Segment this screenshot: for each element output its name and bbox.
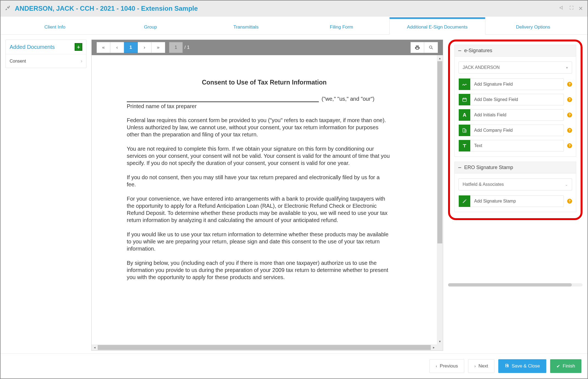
add-text-button[interactable]: Text [458,140,564,151]
prev-page-button[interactable]: ‹ [110,42,124,53]
page-total: / 1 [184,45,190,50]
next-button[interactable]: › Next [468,359,494,373]
rocket-icon [5,5,11,12]
document-paragraph: If you would like us to use your tax ret… [127,231,390,252]
add-signature-stamp-button[interactable]: Add Signature Stamp [458,195,564,207]
sig-btn-label: Text [474,143,482,148]
scroll-left-button[interactable]: ◂ [92,344,98,350]
help-icon[interactable]: ? [567,143,572,148]
tab-filing-form[interactable]: Filing Form [294,19,389,34]
right-panel: − e-Signatures JACK ANDERSON ▾ Add Signa… [448,40,583,351]
ero-stamp-title: ERO Signature Stamp [464,165,513,170]
first-page-button[interactable]: « [97,42,110,53]
document-viewer: « ‹ 1 › » 1 / 1 [91,40,443,351]
check-icon: ✔ [556,364,560,369]
document-item-label: Consent [10,59,26,64]
sig-btn-label: Add Signature Stamp [474,199,516,204]
footer: ‹ Previous › Next Save & Close ✔ Finish [1,353,587,378]
tabs: Client Info Group Transmittals Filing Fo… [1,16,587,35]
document-paragraph: You are not required to complete this fo… [127,145,390,167]
finish-label: Finish [563,363,575,369]
tab-group[interactable]: Group [103,19,198,34]
megaphone-icon[interactable] [559,5,565,12]
preparer-label: Printed name of tax preparer [127,103,402,110]
esignatures-header[interactable]: − e-Signatures [454,45,576,57]
signer-select[interactable]: JACK ANDERSON ▾ [458,61,572,74]
add-signature-field-button[interactable]: Add Signature Field [458,78,564,90]
chevron-right-icon: › [81,58,82,64]
scroll-down-button[interactable]: ▾ [437,338,443,344]
help-icon[interactable]: ? [567,199,572,204]
add-document-button[interactable]: ＋ [75,43,82,51]
signature-icon [459,78,470,90]
scroll-up-button[interactable]: ▴ [437,55,443,61]
tab-delivery-options[interactable]: Delivery Options [485,19,581,34]
topbar: ANDERSON, JACK - CCH - 2021 - 1040 - Ext… [1,1,587,16]
search-icon[interactable] [424,42,438,53]
help-icon[interactable]: ? [567,97,572,102]
finish-button[interactable]: ✔ Finish [550,359,581,373]
next-page-button[interactable]: › [138,42,151,53]
chevron-down-icon: ▾ [566,66,568,70]
document-paragraph: By signing below, you (including each of… [127,259,390,281]
right-panel-scrollbar[interactable] [448,283,583,287]
previous-label: Previous [440,363,458,369]
help-icon[interactable]: ? [567,113,572,117]
next-label: Next [479,363,488,369]
sig-btn-label: Add Initials Field [474,113,506,117]
text-icon [459,140,470,151]
signer-select-value: JACK ANDERSON [463,65,500,70]
tab-additional-esign[interactable]: Additional E-Sign Documents [389,17,485,35]
sig-btn-label: Add Company Field [474,128,513,133]
document-page: Consent to Use of Tax Return Information… [92,55,437,344]
vertical-scrollbar[interactable]: ▴ ▾ [437,55,443,344]
add-date-signed-button[interactable]: Add Date Signed Field [458,94,564,105]
add-initials-button[interactable]: A Add Initials Field [458,109,564,121]
main-area: Added Documents ＋ Consent › « ‹ 1 › » [1,35,587,353]
chevron-right-icon: › [474,364,476,368]
previous-button[interactable]: ‹ Previous [429,359,464,373]
sig-btn-label: Add Date Signed Field [474,97,518,102]
page-input[interactable]: 1 [169,42,183,53]
help-icon[interactable]: ? [567,128,572,133]
save-icon [505,363,509,369]
help-icon[interactable]: ? [567,82,572,87]
ero-company-select[interactable]: Hatfield & Associates ⌄ [458,178,572,190]
right-scroll-thumb[interactable] [448,283,572,287]
document-title: Consent to Use of Tax Return Information [127,79,402,86]
calendar-icon [459,94,470,105]
company-icon [459,125,470,136]
document-paragraph: For your convenience, we have entered in… [127,195,390,224]
current-page-indicator[interactable]: 1 [124,42,138,53]
right-panel-highlight: − e-Signatures JACK ANDERSON ▾ Add Signa… [448,40,583,220]
added-documents-header: Added Documents ＋ [6,40,86,54]
esignatures-body: JACK ANDERSON ▾ Add Signature Field ? [454,57,576,157]
vertical-scroll-thumb[interactable] [437,61,442,243]
last-page-button[interactable]: » [151,42,165,53]
add-company-button[interactable]: Add Company Field [458,125,564,136]
chevron-left-icon: ‹ [436,364,437,368]
print-icon[interactable] [410,42,424,53]
svg-rect-2 [463,128,465,132]
tab-transmittals[interactable]: Transmittals [198,19,294,34]
scrollbar-corner [437,344,443,350]
chevron-down-icon: ⌄ [565,183,568,187]
ero-stamp-header[interactable]: − ERO Signature Stamp [454,162,576,173]
svg-rect-1 [463,98,466,102]
scroll-right-button[interactable]: ▸ [431,344,437,350]
svg-point-0 [429,46,432,48]
viewer-toolbar: « ‹ 1 › » 1 / 1 [92,40,443,55]
document-item-consent[interactable]: Consent › [6,54,86,68]
svg-rect-3 [465,130,466,132]
tab-client-info[interactable]: Client Info [7,19,103,34]
close-icon[interactable]: ✕ [578,5,583,12]
save-label: Save & Close [512,363,540,369]
document-paragraph: If you do not consent, then you may stil… [127,174,390,188]
fullscreen-icon[interactable] [569,5,574,12]
added-documents-title: Added Documents [10,44,55,50]
horizontal-scroll-thumb[interactable] [98,345,431,350]
horizontal-scrollbar[interactable]: ◂ ▸ [92,344,437,350]
save-close-button[interactable]: Save & Close [498,359,546,373]
app-title: ANDERSON, JACK - CCH - 2021 - 1040 - Ext… [15,5,198,12]
sig-btn-label: Add Signature Field [474,82,513,87]
